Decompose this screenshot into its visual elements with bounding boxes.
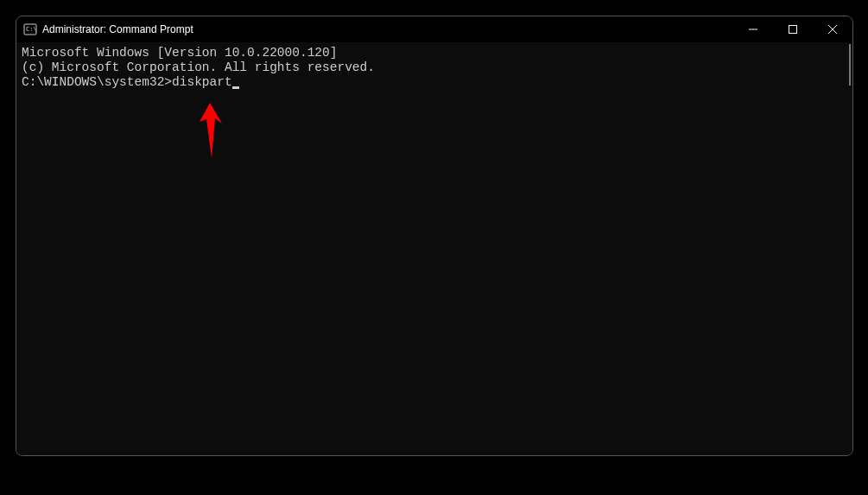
close-icon (828, 25, 837, 34)
copyright-line: (c) Microsoft Corporation. All rights re… (22, 60, 847, 75)
svg-rect-3 (789, 26, 797, 34)
minimize-icon (749, 25, 757, 34)
cmd-icon: C:\ (23, 22, 37, 36)
titlebar[interactable]: C:\ Administrator: Command Prompt (16, 16, 852, 42)
window-title: Administrator: Command Prompt (42, 23, 733, 35)
maximize-icon (789, 25, 797, 34)
minimize-button[interactable] (733, 16, 773, 42)
maximize-button[interactable] (773, 16, 813, 42)
terminal-output[interactable]: Microsoft Windows [Version 10.0.22000.12… (16, 42, 852, 455)
scrollbar[interactable] (844, 42, 852, 455)
command-prompt-window: C:\ Administrator: Command Prompt (16, 16, 853, 456)
prompt-text: C:\WINDOWS\system32> (22, 75, 172, 89)
command-text: diskpart (172, 75, 232, 89)
scrollbar-thumb[interactable] (849, 44, 851, 86)
text-cursor (232, 86, 239, 89)
close-button[interactable] (813, 16, 852, 42)
version-line: Microsoft Windows [Version 10.0.22000.12… (22, 46, 847, 60)
window-controls (733, 16, 852, 42)
prompt-row: C:\WINDOWS\system32>diskpart (22, 75, 847, 90)
svg-text:C:\: C:\ (26, 26, 37, 33)
